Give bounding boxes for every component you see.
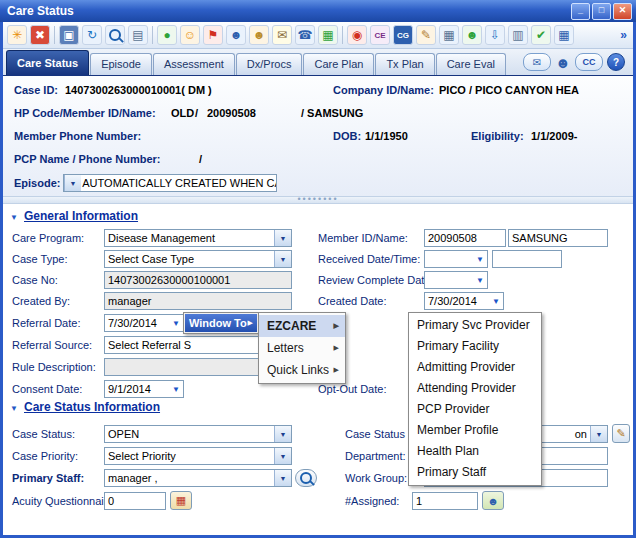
tasks-icon[interactable]: ✔ <box>531 25 551 45</box>
tab-care-eval[interactable]: Care Eval <box>436 53 506 75</box>
tab-episode[interactable]: Episode <box>90 53 152 75</box>
splitter-handle[interactable]: •••••••• <box>3 196 633 204</box>
flag-icon[interactable]: ⚑ <box>203 25 223 45</box>
acuity-calculator-button[interactable]: ▦ <box>170 491 192 510</box>
tab-tx-plan[interactable]: Tx Plan <box>375 53 434 75</box>
received-date-picker[interactable]: ▼ <box>424 250 488 268</box>
download-icon[interactable]: ⇩ <box>485 25 505 45</box>
menu-item-primary-svc-provider[interactable]: Primary Svc Provider <box>409 315 541 336</box>
care-status-section-title: Care Status Information <box>24 400 160 414</box>
menu-item-primary-facility[interactable]: Primary Facility <box>409 336 541 357</box>
search-icon[interactable] <box>105 25 125 45</box>
menu-item-pcp-provider[interactable]: PCP Provider <box>409 399 541 420</box>
menu-item-member-profile[interactable]: Member Profile <box>409 420 541 441</box>
episode-label: Episode: <box>14 177 60 189</box>
referral-date-value: 7/30/2014 <box>105 317 169 329</box>
toolbar: ✳✖▣↻▤●☺⚑☻☻✉☎▦◉CECG✎▦☻⇩▥✔▦ » <box>3 22 633 49</box>
org-icon[interactable]: ▥ <box>508 25 528 45</box>
case-no-label: Case No: <box>12 274 58 286</box>
close-button[interactable]: ✕ <box>613 3 632 20</box>
team-icon[interactable]: ☻ <box>462 25 482 45</box>
status-light-icon[interactable]: ● <box>157 25 177 45</box>
delete-icon[interactable]: ✖ <box>30 25 50 45</box>
tab-bar: Care StatusEpisodeAssessmentDx/ProcsCare… <box>3 49 633 76</box>
opt-out-date-label: Opt-Out Date: <box>318 383 386 395</box>
tab-assessment[interactable]: Assessment <box>153 53 235 75</box>
maximize-button[interactable]: □ <box>592 3 611 20</box>
cg-icon[interactable]: CG <box>393 25 413 45</box>
ce-icon[interactable]: CE <box>370 25 390 45</box>
consent-date-label: Consent Date: <box>12 383 82 395</box>
new-icon[interactable]: ✳ <box>7 25 27 45</box>
referral-date-picker[interactable]: 7/30/2014 ▼ <box>104 314 184 332</box>
dropdown-arrow-icon: ▼ <box>64 175 81 191</box>
case-priority-select[interactable]: Select Priority ▼ <box>104 447 292 465</box>
cc-icon[interactable]: CC <box>575 53 603 71</box>
case-type-value: Select Case Type <box>105 253 274 265</box>
toolbar-overflow-button[interactable]: » <box>620 28 627 42</box>
case-type-select[interactable]: Select Case Type ▼ <box>104 250 292 268</box>
general-section-chevron-icon[interactable]: ▼ <box>10 213 18 222</box>
menu-item-label: Quick Links <box>267 363 334 377</box>
menu-item-letters[interactable]: Letters▶ <box>259 337 345 359</box>
help-icon[interactable]: ? <box>607 53 625 71</box>
care-status-section-chevron-icon[interactable]: ▼ <box>10 404 18 413</box>
menu-item-admitting-provider[interactable]: Admitting Provider <box>409 357 541 378</box>
company-value: PICO / PICO CANYON HEA <box>439 84 579 96</box>
tab-care-status[interactable]: Care Status <box>6 50 89 75</box>
schedule-icon[interactable]: ▦ <box>554 25 574 45</box>
edit-reason-button[interactable]: ✎ <box>612 424 630 443</box>
window-to-submenu: EZCARE▶Letters▶Quick Links▶ <box>258 312 346 384</box>
mail-icon[interactable]: ✉ <box>272 25 292 45</box>
calendar-icon[interactable]: ▦ <box>318 25 338 45</box>
menu-item-label: Window To <box>189 317 248 329</box>
notes-icon[interactable]: ✎ <box>416 25 436 45</box>
care-program-label: Care Program: <box>12 232 84 244</box>
member-globe-icon[interactable]: ☻ <box>226 25 246 45</box>
refresh-icon[interactable]: ↻ <box>82 25 102 45</box>
case-status-reason-label: Case Status R <box>345 428 416 440</box>
minimize-button[interactable]: _ <box>571 3 590 20</box>
tab-dx-procs[interactable]: Dx/Procs <box>236 53 303 75</box>
episode-select[interactable]: 1 - AUTOMATICALLY CREATED WHEN CA ▼ <box>63 174 277 192</box>
window-controls: _ □ ✕ <box>571 3 636 20</box>
created-date-picker[interactable]: 7/30/2014 ▼ <box>424 292 504 310</box>
staff-lookup-button[interactable] <box>295 469 317 487</box>
received-time-field[interactable] <box>492 250 562 268</box>
review-complete-date-picker[interactable]: ▼ <box>424 271 488 289</box>
menu-item-attending-provider[interactable]: Attending Provider <box>409 378 541 399</box>
user-icon[interactable]: ☻ <box>555 53 571 71</box>
tab-care-plan[interactable]: Care Plan <box>303 53 374 75</box>
toolbar-separator <box>54 26 55 44</box>
menu-item-ezcare[interactable]: EZCARE▶ <box>259 315 345 337</box>
consent-date-value: 9/1/2014 <box>105 383 169 395</box>
consent-date-picker[interactable]: 9/1/2014 ▼ <box>104 380 184 398</box>
grid-icon[interactable]: ▦ <box>439 25 459 45</box>
case-status-select[interactable]: OPEN ▼ <box>104 425 292 443</box>
submenu-arrow-icon: ▶ <box>248 319 253 327</box>
assigned-staff-button[interactable]: ☻ <box>482 491 504 510</box>
menu-item-primary-staff[interactable]: Primary Staff <box>409 462 541 483</box>
members-icon[interactable]: ☻ <box>249 25 269 45</box>
phone-icon[interactable]: ☎ <box>295 25 315 45</box>
window-title: Care Status <box>0 4 571 18</box>
print-icon[interactable]: ▤ <box>128 25 148 45</box>
menu-item-quick-links[interactable]: Quick Links▶ <box>259 359 345 381</box>
assigned-field[interactable]: 1 <box>412 492 478 510</box>
primary-staff-select[interactable]: manager , ▼ <box>104 469 292 487</box>
alert-icon[interactable]: ◉ <box>347 25 367 45</box>
menu-item-window-to[interactable]: Window To ▶ <box>185 314 257 332</box>
smiley-icon[interactable]: ☺ <box>180 25 200 45</box>
acuity-field[interactable]: 0 <box>104 492 166 510</box>
member-name-field[interactable]: SAMSUNG <box>508 229 608 247</box>
menu-item-health-plan[interactable]: Health Plan <box>409 441 541 462</box>
email-route-icon[interactable]: ✉ <box>523 53 551 71</box>
menu-item-label: EZCARE <box>267 319 334 333</box>
hp-code-label: HP Code/Member ID/Name: <box>14 107 156 119</box>
dropdown-arrow-icon: ▼ <box>590 426 607 442</box>
title-bar: Care Status _ □ ✕ <box>0 0 636 22</box>
assigned-label: #Assigned: <box>345 495 399 507</box>
care-program-select[interactable]: Disease Management ▼ <box>104 229 292 247</box>
save-icon[interactable]: ▣ <box>59 25 79 45</box>
member-id-field[interactable]: 20090508 <box>424 229 506 247</box>
